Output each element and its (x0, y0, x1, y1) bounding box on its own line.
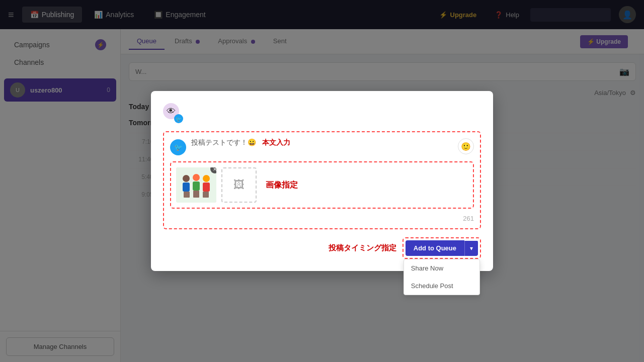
svg-point-5 (203, 175, 210, 182)
image-add-icon: 🖼 (233, 178, 245, 192)
schedule-post-option[interactable]: Schedule Post (404, 277, 479, 295)
add-to-queue-button-group: Add to Queue ▾ (406, 240, 478, 256)
svg-rect-9 (203, 192, 209, 198)
publish-dropdown-menu: Share Now Schedule Post (404, 259, 480, 295)
svg-rect-2 (183, 183, 190, 192)
twitter-icon: 🐦 (170, 139, 186, 155)
svg-rect-7 (184, 192, 190, 198)
char-count: 261 (170, 215, 474, 222)
timing-label: 投稿タイミング指定 (329, 243, 396, 253)
publish-dropdown-toggle[interactable]: ▾ (464, 241, 478, 256)
image-upload-area: ✕ (170, 161, 474, 209)
compose-modal: 👁 🐦 🐦 投稿テストです！😀 本文入力 🙂 ✕ (151, 91, 493, 271)
add-image-button[interactable]: 🖼 (221, 167, 257, 203)
compose-area: 🐦 投稿テストです！😀 本文入力 🙂 ✕ (163, 131, 481, 229)
svg-point-3 (193, 174, 200, 181)
compose-text: 投稿テストです！😀 本文入力 (191, 138, 474, 147)
timing-area: 投稿タイミング指定 Add to Queue ▾ Share Now Sched… (163, 237, 481, 259)
add-to-queue-button[interactable]: Add to Queue (406, 240, 464, 256)
svg-rect-4 (193, 182, 200, 191)
publish-group: Add to Queue ▾ Share Now Schedule Post (403, 237, 481, 259)
svg-rect-8 (193, 191, 199, 198)
thumbnail-image (176, 167, 216, 203)
svg-rect-6 (203, 183, 210, 192)
modal-header: 👁 🐦 (163, 103, 481, 123)
twitter-badge-icon: 🐦 (174, 114, 183, 123)
share-now-option[interactable]: Share Now (404, 259, 479, 277)
modal-overlay[interactable]: 👁 🐦 🐦 投稿テストです！😀 本文入力 🙂 ✕ (0, 0, 644, 362)
svg-point-1 (183, 175, 190, 182)
image-thumbnail: ✕ (176, 167, 216, 203)
twitter-avatar-header: 👁 🐦 (163, 103, 183, 123)
emoji-button[interactable]: 🙂 (458, 138, 474, 154)
